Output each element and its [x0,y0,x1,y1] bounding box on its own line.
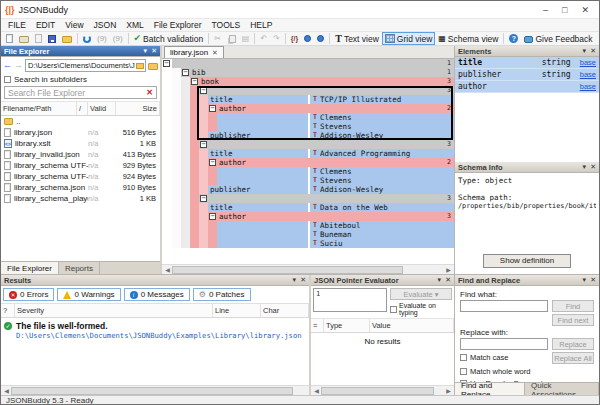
grid-view-button[interactable]: Grid view [382,32,435,45]
panel-close-icon[interactable]: ✕ [590,276,596,284]
menu-json[interactable]: JSON [89,20,122,30]
give-feedback-button[interactable]: Give Feedback [521,32,595,45]
path-field[interactable]: D:\Users\Clemens\Documents\JS [25,59,146,72]
menu-xml[interactable]: XML [121,20,148,30]
panel-menu-icon[interactable]: ▾ [293,276,297,284]
forward-arrow-icon[interactable]: → [14,61,23,70]
clear-search-icon[interactable]: ✕ [146,88,153,97]
menu-file[interactable]: FILE [3,20,31,30]
panel-menu-icon[interactable]: ▾ [583,276,587,284]
folder-orange-button[interactable] [59,32,75,45]
collapse-icon[interactable]: − [182,69,189,76]
file-row[interactable]: library_schema UTF-8 BOM.jsonn/a929 Byte… [1,160,160,171]
help-button[interactable]: ? [506,32,521,45]
grid-row[interactable]: titleTTCP/IP Illustrated [162,95,454,104]
grid-row[interactable]: −author3 [162,212,454,221]
find-next-button[interactable]: Find next [552,314,594,326]
menu-file-explorer[interactable]: File Explorer [149,20,207,30]
grid-horizontal-scrollbar[interactable]: ◀ ▶ [162,264,454,274]
evaluator-results-header[interactable]: = Type Value [311,318,454,333]
evaluate-button[interactable]: Evaluate▾ [390,288,452,300]
grid-row[interactable]: TSuciu [162,239,454,248]
browse-folder-icon[interactable] [136,63,144,69]
search-subfolders-checkbox[interactable] [4,76,11,83]
match-case-checkbox[interactable] [460,354,467,361]
panel-close-icon[interactable]: ✕ [151,47,157,55]
replace-input[interactable] [460,338,548,350]
file-explorer-search-input[interactable]: Search File Explorer ✕ [4,86,157,99]
grid-row[interactable]: titleTData on the Web [162,203,454,212]
element-row[interactable]: titlestringbase [455,57,599,69]
panel-menu-icon[interactable]: ▾ [438,276,442,284]
grid-row[interactable]: −book3 [162,77,454,86]
grid-row[interactable]: −author2 [162,104,454,113]
file-row[interactable]: library_schema.jsonn/a910 Bytes [1,182,160,193]
results-header[interactable]: ? Severity Line Char [1,304,309,318]
errors-filter-button[interactable]: ✕ 0 Errors [3,288,54,301]
panel-menu-icon[interactable]: ▾ [583,163,587,171]
grid-row[interactable]: −3 [162,86,454,95]
file-row[interactable]: library_schema_playground.jsonn/a1 KB [1,193,160,204]
collapse-icon[interactable]: − [200,87,207,94]
tab-find-and-replace[interactable]: Find and Replace [455,383,525,395]
grid-row[interactable]: TClemens [162,167,454,176]
maximize-button[interactable]: □ [562,5,567,15]
evaluator-horizontal-scrollbar[interactable]: ◀ ▶ [311,385,454,395]
dot-blue-button[interactable] [314,32,327,45]
scroll-right-icon[interactable]: ▶ [444,266,453,273]
scroll-thumb[interactable] [11,387,293,395]
menu-tools[interactable]: TOOLS [206,20,245,30]
grid-row[interactable]: TStevens [162,176,454,185]
grid-row[interactable]: −author2 [162,158,454,167]
collapse-icon[interactable]: − [209,213,216,220]
grid-row[interactable]: TClemens [162,113,454,122]
scroll-thumb[interactable] [172,266,403,274]
undo-button[interactable]: ↶ [257,32,270,45]
file-row[interactable]: library_invalid.jsonn/a413 Bytes [1,149,160,160]
back-arrow-icon[interactable]: ← [3,61,12,70]
batch-validation-button[interactable]: ✔Batch validation [131,32,207,45]
panel-menu-icon[interactable]: ▾ [144,47,148,55]
grid-row[interactable]: −3 [162,194,454,203]
replace-button[interactable]: Replace [552,338,594,350]
schema-view-button[interactable]: ▦Schema view [435,32,501,45]
scroll-right-icon[interactable]: ▶ [444,387,453,394]
new-file-button[interactable] [3,32,16,45]
menu-view[interactable]: View [60,20,88,30]
open-folder-tab-button[interactable] [32,32,45,45]
json-grid-view[interactable]: −1−bib1−book3−3titleTTCP/IP Illustrated−… [162,59,454,264]
element-row[interactable]: authorbase [455,81,599,93]
messages-filter-button[interactable]: i 0 Messages [124,288,190,301]
collapse-icon[interactable]: − [163,60,170,67]
collapse-icon[interactable]: − [200,195,207,202]
match-whole-word-checkbox[interactable] [460,368,467,375]
base-link[interactable]: base [580,58,596,67]
collapse-icon[interactable]: − [209,159,216,166]
result-row[interactable]: ✓ The file is well-formed. [1,320,309,331]
menu-help[interactable]: HELP [245,20,277,30]
warnings-filter-button[interactable]: 0 Warnings [57,288,120,301]
grid-row[interactable]: publisherTAddison-Wesley [162,185,454,194]
patches-filter-button[interactable]: ⚙ 0 Patches [193,288,251,301]
show-definition-button[interactable]: Show definition [483,254,571,268]
find-button[interactable]: Find [552,300,594,312]
base-link[interactable]: base [580,70,596,79]
paren-9-button[interactable]: (9) [94,32,110,45]
text-view-button[interactable]: TText view [332,32,382,45]
base-link[interactable]: base [580,82,596,91]
document-tab[interactable]: library.json ✕ [164,46,224,58]
file-row[interactable]: library.jsonn/a516 Bytes [1,127,160,138]
redo-button[interactable]: ↷ [270,32,283,45]
paren-9-button[interactable]: (9) [110,32,126,45]
result-file-link[interactable]: D:\Users\Clemens\Documents\JSONBuddy\Exa… [16,331,309,340]
tab-reports[interactable]: Reports [59,262,100,274]
scroll-left-icon[interactable]: ◀ [312,387,321,394]
cut-button[interactable]: ✂ [211,32,224,45]
scroll-left-icon[interactable]: ◀ [2,387,11,394]
panel-close-icon[interactable]: ✕ [445,276,451,284]
collapse-icon[interactable]: − [191,78,198,85]
dot-blue-button[interactable] [301,32,314,45]
tab-close-icon[interactable]: ✕ [212,49,218,57]
tab-file-explorer[interactable]: File Explorer [1,262,59,274]
panel-close-icon[interactable]: ✕ [300,276,306,284]
